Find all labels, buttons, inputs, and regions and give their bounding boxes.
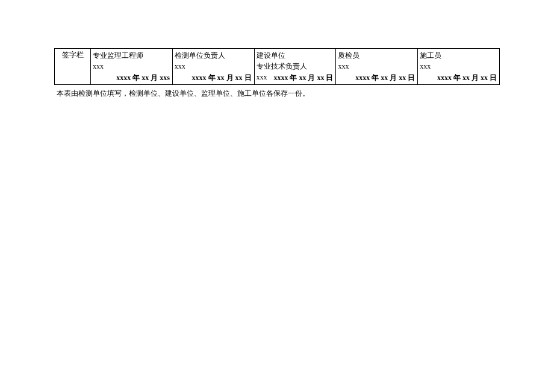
role-4: 施工员 bbox=[420, 50, 497, 61]
name-1: xxx bbox=[175, 61, 252, 72]
role-2: 建设单位 bbox=[257, 50, 334, 61]
role-0: 专业监理工程师 bbox=[93, 50, 170, 61]
role-1: 检测单位负责人 bbox=[175, 50, 252, 61]
name-0: xxx bbox=[93, 61, 170, 72]
signature-cell-2: 建设单位 专业技术负责人 xxx xxxx 年 xx 月 xx 日 bbox=[254, 49, 336, 85]
signature-cell-0: 专业监理工程师 xxx xxxx 年 xx 月 xxs bbox=[91, 49, 173, 85]
footnote: 本表由检测单位填写，检测单位、建设单位、监理单位、施工单位各保存一份。 bbox=[54, 89, 500, 99]
signature-cell-3: 质检员 xxx xxxx 年 xx 月 xx 日 bbox=[336, 49, 418, 85]
role-3: 质检员 bbox=[338, 50, 416, 61]
date-1: xxxx 年 xx 月 xx 日 bbox=[192, 73, 252, 83]
name-4: xxx bbox=[420, 61, 497, 72]
signature-label: 签字栏 bbox=[62, 51, 84, 59]
signature-table: 签字栏 专业监理工程师 xxx xxxx 年 xx 月 xxs 检测单位负责人 … bbox=[54, 48, 500, 85]
name-3: xxx bbox=[338, 61, 416, 72]
signature-cell-1: 检测单位负责人 xxx xxxx 年 xx 月 xx 日 bbox=[172, 49, 254, 85]
role-2b: 专业技术负责人 bbox=[257, 61, 334, 72]
date-4: xxxx 年 xx 月 xx 日 bbox=[437, 73, 497, 83]
date-2: xxxx 年 xx 月 xx 日 bbox=[273, 73, 333, 83]
signature-label-cell: 签字栏 bbox=[55, 49, 91, 85]
signature-cell-4: 施工员 xxx xxxx 年 xx 月 xx 日 bbox=[418, 49, 500, 85]
date-3: xxxx 年 xx 月 xx 日 bbox=[355, 73, 415, 83]
date-0: xxxx 年 xx 月 xxs bbox=[116, 73, 170, 83]
